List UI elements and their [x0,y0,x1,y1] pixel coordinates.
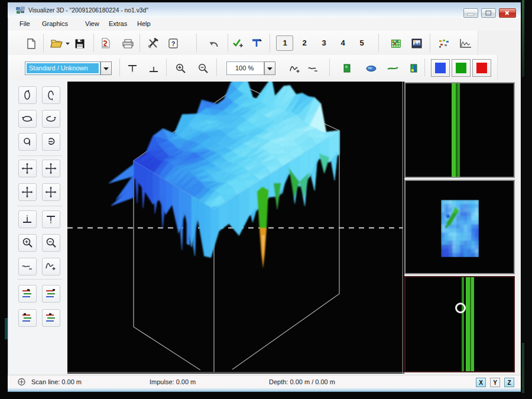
svg-text:?: ? [171,40,176,47]
